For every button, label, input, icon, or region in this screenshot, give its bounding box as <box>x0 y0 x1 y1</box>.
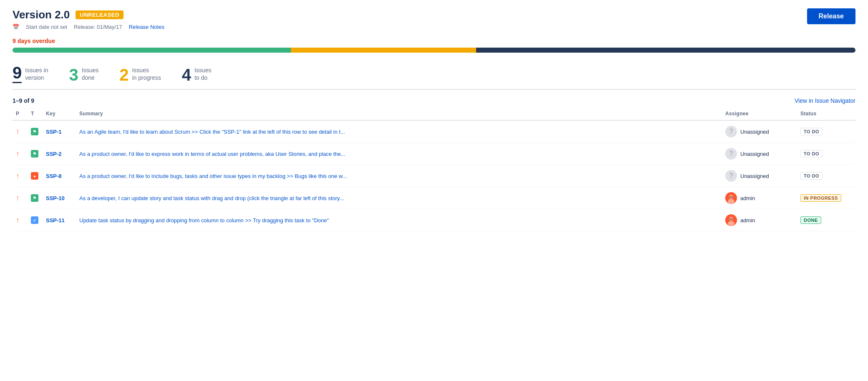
type-bug-icon <box>31 172 38 180</box>
issue-summary-link[interactable]: Update task status by dragging and dropp… <box>79 217 329 224</box>
table-row: ↑SSP-2As a product owner, I'd like to ex… <box>13 143 855 165</box>
avatar-admin <box>725 192 737 204</box>
assignee-name: Unassigned <box>740 173 769 179</box>
release-notes-link[interactable]: Release Notes <box>129 24 164 30</box>
table-row: ↑SSP-1As an Agile team, I'd like to lear… <box>13 120 855 143</box>
col-header-status: Status <box>797 108 855 120</box>
stat-done-label: Issuesdone <box>82 66 98 83</box>
col-header-key: Key <box>43 108 76 120</box>
version-title: Version 2.0 <box>13 8 70 21</box>
priority-up-icon: ↑ <box>16 216 20 224</box>
table-body: ↑SSP-1As an Agile team, I'd like to lear… <box>13 120 855 231</box>
type-story-icon <box>31 150 38 157</box>
priority-cell: ↑ <box>13 120 28 143</box>
issue-key-link[interactable]: SSP-10 <box>46 195 65 201</box>
type-task-icon <box>31 216 38 224</box>
status-cell: TO DO <box>797 120 855 143</box>
assignee-cell: ?Unassigned <box>722 165 797 187</box>
priority-up-icon: ↑ <box>16 194 20 202</box>
view-navigator-link[interactable]: View in Issue Navigator <box>795 97 855 104</box>
assignee-name: admin <box>740 195 755 201</box>
issue-summary-link[interactable]: As a product owner, I'd like to express … <box>79 151 346 157</box>
summary-cell: As a product owner, I'd like to include … <box>76 165 722 187</box>
key-cell: SSP-11 <box>43 209 76 231</box>
admin-avatar-svg <box>725 214 737 226</box>
unreleased-badge: UNRELEASED <box>76 10 124 19</box>
stat-done: 3 Issuesdone <box>69 66 99 83</box>
svg-point-2 <box>728 199 734 204</box>
key-cell: SSP-8 <box>43 165 76 187</box>
status-cell: TO DO <box>797 143 855 165</box>
progress-bar <box>13 48 855 53</box>
assignee-content: ?Unassigned <box>725 170 794 182</box>
col-header-assignee: Assignee <box>722 108 797 120</box>
type-cell <box>28 143 43 165</box>
svg-point-4 <box>732 196 732 197</box>
progress-todo-segment <box>476 48 855 53</box>
status-badge[interactable]: TO DO <box>800 150 823 157</box>
summary-cell: As an Agile team, I'd like to learn abou… <box>76 120 722 143</box>
release-button[interactable]: Release <box>807 8 856 24</box>
issue-key-link[interactable]: SSP-1 <box>46 129 62 135</box>
col-header-p: P <box>13 108 28 120</box>
col-header-t: T <box>28 108 43 120</box>
assignee-content: admin <box>725 192 794 204</box>
progress-inprogress-segment <box>291 48 476 53</box>
table-row: ↑SSP-10As a developer, I can update stor… <box>13 187 855 209</box>
stat-todo: 4 Issuesto do <box>182 66 212 83</box>
table-count: 1–9 of 9 <box>13 97 34 104</box>
assignee-cell: admin <box>722 187 797 209</box>
type-story-icon <box>31 128 38 135</box>
start-date: Start date not set <box>26 24 67 30</box>
stat-todo-number: 4 <box>182 66 191 83</box>
assignee-content: ?Unassigned <box>725 126 794 137</box>
status-badge[interactable]: IN PROGRESS <box>800 194 841 202</box>
assignee-content: ?Unassigned <box>725 148 794 160</box>
table-row: ↑SSP-8As a product owner, I'd like to in… <box>13 165 855 187</box>
stat-total: 9 Issues inversion <box>13 64 48 83</box>
priority-up-icon: ↑ <box>16 172 20 180</box>
stats-row: 9 Issues inversion 3 Issuesdone 2 Issues… <box>13 60 855 90</box>
assignee-content: admin <box>725 214 794 226</box>
stat-inprogress-number: 2 <box>119 66 129 83</box>
calendar-icon: 📅 <box>13 24 19 30</box>
priority-up-icon: ↑ <box>16 127 20 136</box>
priority-up-icon: ↑ <box>16 150 20 158</box>
type-cell <box>28 187 43 209</box>
assignee-cell: ?Unassigned <box>722 120 797 143</box>
progress-done-segment <box>13 48 291 53</box>
table-head: P T Key Summary Assignee Status <box>13 108 855 120</box>
stat-total-label: Issues inversion <box>25 66 48 83</box>
status-badge[interactable]: TO DO <box>800 172 823 180</box>
issue-summary-link[interactable]: As a product owner, I'd like to include … <box>79 173 347 179</box>
summary-cell: As a developer, I can update story and t… <box>76 187 722 209</box>
issue-summary-link[interactable]: As a developer, I can update story and t… <box>79 195 344 201</box>
table-header-row: 1–9 of 9 View in Issue Navigator <box>13 97 855 104</box>
avatar-admin <box>725 214 737 226</box>
status-badge[interactable]: DONE <box>800 216 821 224</box>
status-badge[interactable]: TO DO <box>800 128 823 135</box>
title-row: Version 2.0 UNRELEASED <box>13 8 164 21</box>
stat-inprogress: 2 Issuesin progress <box>119 66 161 83</box>
issue-summary-link[interactable]: As an Agile team, I'd like to learn abou… <box>79 129 345 135</box>
assignee-cell: admin <box>722 209 797 231</box>
issue-key-link[interactable]: SSP-2 <box>46 151 62 157</box>
status-cell: DONE <box>797 209 855 231</box>
priority-cell: ↑ <box>13 187 28 209</box>
type-cell <box>28 165 43 187</box>
key-cell: SSP-2 <box>43 143 76 165</box>
avatar-unknown: ? <box>725 126 737 137</box>
issue-key-link[interactable]: SSP-11 <box>46 217 65 224</box>
svg-point-7 <box>728 221 734 226</box>
summary-cell: As a product owner, I'd like to express … <box>76 143 722 165</box>
stat-inprogress-label: Issuesin progress <box>132 66 161 83</box>
table-header-columns: P T Key Summary Assignee Status <box>13 108 855 120</box>
table-row: ↑SSP-11Update task status by dragging an… <box>13 209 855 231</box>
svg-point-8 <box>729 218 730 219</box>
issue-key-link[interactable]: SSP-8 <box>46 173 62 179</box>
header-left: Version 2.0 UNRELEASED 📅 Start date not … <box>13 8 164 30</box>
priority-cell: ↑ <box>13 143 28 165</box>
priority-cell: ↑ <box>13 165 28 187</box>
stat-done-number: 3 <box>69 66 78 83</box>
type-cell <box>28 120 43 143</box>
